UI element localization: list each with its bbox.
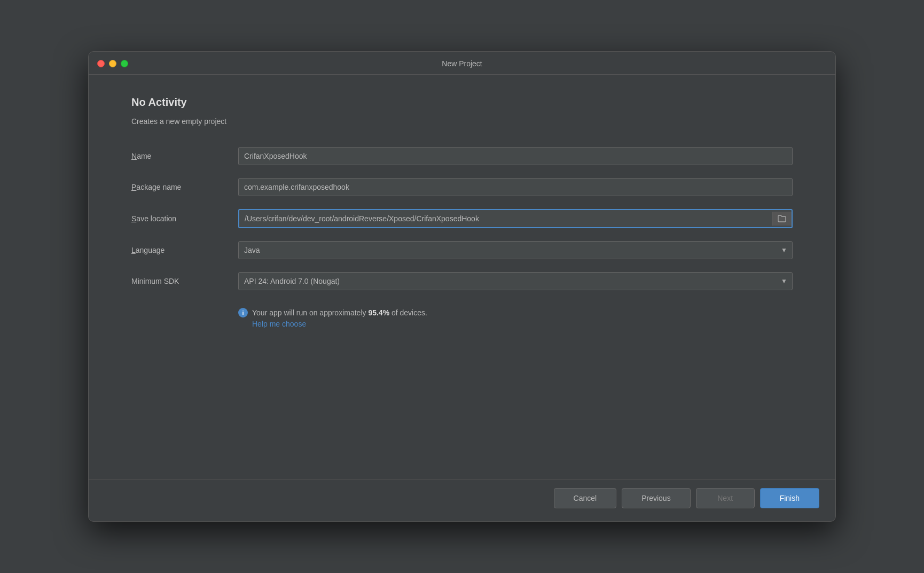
dialog-content: No Activity Creates a new empty project … [89, 75, 835, 479]
language-select-wrapper: Java Kotlin ▼ [238, 241, 793, 259]
finish-button[interactable]: Finish [760, 488, 819, 508]
new-project-dialog: New Project No Activity Creates a new em… [88, 51, 836, 522]
project-type-title: No Activity [131, 96, 793, 109]
close-button[interactable] [97, 60, 105, 67]
name-input[interactable] [238, 147, 793, 165]
form-section: Name Package name Save location [131, 147, 793, 468]
next-button[interactable]: Next [696, 488, 755, 508]
traffic-lights [97, 60, 128, 67]
project-type-description: Creates a new empty project [131, 117, 793, 126]
package-name-label: Package name [131, 183, 238, 191]
help-me-choose-link[interactable]: Help me choose [252, 320, 427, 328]
coverage-message: Your app will run on approximately 95.4%… [252, 307, 427, 319]
device-coverage-text: Your app will run on approximately 95.4%… [252, 307, 427, 328]
save-location-row: Save location [131, 209, 793, 228]
name-row: Name [131, 147, 793, 165]
dialog-title: New Project [442, 59, 482, 68]
package-name-input[interactable] [238, 178, 793, 196]
dialog-footer: Cancel Previous Next Finish [89, 479, 835, 521]
title-bar: New Project [89, 52, 835, 75]
minimize-button[interactable] [109, 60, 116, 67]
package-name-row: Package name [131, 178, 793, 196]
folder-icon [778, 215, 786, 222]
save-location-label: Save location [131, 214, 238, 223]
minimum-sdk-select-wrapper: API 24: Android 7.0 (Nougat) API 21: And… [238, 272, 793, 290]
previous-button[interactable]: Previous [622, 488, 690, 508]
info-icon: i [238, 308, 248, 318]
minimum-sdk-select[interactable]: API 24: Android 7.0 (Nougat) API 21: And… [238, 272, 793, 290]
language-label: Language [131, 246, 238, 254]
minimum-sdk-row: Minimum SDK API 24: Android 7.0 (Nougat)… [131, 272, 793, 290]
device-coverage-info: i Your app will run on approximately 95.… [238, 307, 793, 328]
cancel-button[interactable]: Cancel [554, 488, 617, 508]
language-row: Language Java Kotlin ▼ [131, 241, 793, 259]
maximize-button[interactable] [121, 60, 128, 67]
save-location-wrapper [238, 209, 793, 228]
minimum-sdk-label: Minimum SDK [131, 277, 238, 285]
language-select[interactable]: Java Kotlin [238, 241, 793, 259]
save-location-input[interactable] [239, 210, 772, 227]
name-label: Name [131, 152, 238, 160]
browse-folder-button[interactable] [772, 212, 792, 226]
